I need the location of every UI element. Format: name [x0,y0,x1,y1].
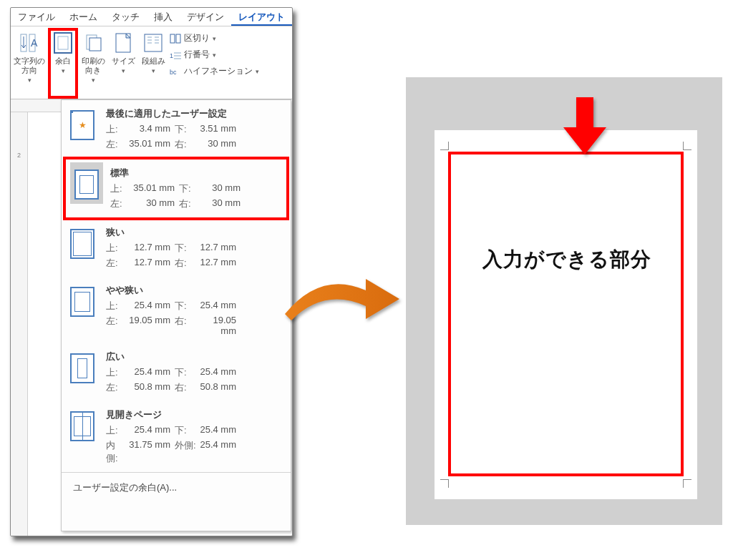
margin-value-label: 下: [175,366,198,379]
margin-value: 12.7 mm [198,257,241,270]
crop-mark-icon [683,142,691,150]
margin-value: 12.7 mm [126,242,175,255]
margin-value: 25.4 mm [126,424,175,437]
breaks-label: 区切り [184,32,210,44]
page-size-icon [111,31,135,55]
margin-value: 30 mm [202,197,245,210]
chevron-down-icon: ▾ [122,67,125,74]
breaks-icon [170,34,181,44]
text-direction-button[interactable]: A 文字列の 方向 ▾ [11,28,48,99]
margin-option-moderate[interactable]: やや狭い上:25.4 mm下:25.4 mm左:19.05 mm右:19.05 … [62,277,291,343]
margin-value: 35.01 mm [130,182,179,195]
margin-option-title: 標準 [110,167,281,180]
crop-mark-icon [683,479,691,488]
margin-value-label: 上: [106,242,126,255]
margin-value-label: 右: [175,138,198,151]
editable-area-caption: 入力ができる部分 [463,246,671,273]
margin-preset-icon [74,170,99,200]
custom-margins-label: ユーザー設定の余白(A)... [73,482,177,493]
margin-preset-icon [70,229,94,259]
margin-value-label: 左: [106,138,126,151]
vertical-ruler: 2 [11,112,28,536]
size-label: サイズ [112,57,135,66]
margin-value: 25.4 mm [198,300,241,313]
margin-option-normal[interactable]: 標準上:35.01 mm下:30 mm左:30 mm右:30 mm [63,157,289,220]
margin-option-last[interactable]: ★最後に適用したユーザー設定上:3.4 mm下:3.51 mm左:35.01 m… [62,100,291,158]
ribbon-body: A 文字列の 方向 ▾ 余白 ▾ 印刷の 向き ▾ サイズ ▾ [11,26,292,99]
margin-preset-icon [70,353,94,383]
margin-value-label: 右: [179,197,202,210]
svg-rect-6 [89,38,101,51]
text-direction-icon: A [17,31,42,55]
margin-value: 25.4 mm [198,366,241,379]
margin-value: 30 mm [130,197,179,210]
svg-rect-8 [145,34,162,51]
margin-value-label: 上: [106,366,126,379]
margin-preset-icon [70,411,94,441]
line-numbers-label: 行番号 [184,49,210,61]
margin-value-label: 上: [106,424,126,437]
word-ribbon-panel: ファイル ホーム タッチ 挿入 デザイン レイアウト A 文字列の 方向 ▾ 余… [10,7,293,536]
margin-value: 50.8 mm [198,381,241,394]
margin-value: 12.7 mm [198,242,241,255]
chevron-down-icon: ▾ [62,67,65,74]
margin-option-title: やや狭い [106,284,285,297]
margin-value: 35.01 mm [126,138,175,151]
margin-value: 25.4 mm [126,366,175,379]
ribbon-tabs: ファイル ホーム タッチ 挿入 デザイン レイアウト [11,8,292,26]
margin-value-label: 内側: [106,439,126,465]
svg-rect-15 [170,34,175,43]
margin-value-label: 下: [175,424,198,437]
margin-value-label: 左: [106,257,126,270]
columns-button[interactable]: 段組み ▾ [138,28,168,99]
svg-text:A: A [31,37,38,49]
margins-label: 余白 [55,57,71,66]
margin-value-label: 左: [106,381,126,394]
margin-value: 50.8 mm [126,381,175,394]
margin-value-label: 上: [106,123,126,136]
margin-value: 19.05 mm [198,315,241,336]
margin-preset-icon: ★ [70,110,94,140]
tab-touch[interactable]: タッチ [105,8,147,26]
breaks-button[interactable]: 区切り▾ [170,32,259,44]
margins-button[interactable]: 余白 ▾ [48,28,78,99]
chevron-down-icon: ▾ [152,67,155,74]
margin-value-label: 左: [106,315,126,336]
crop-mark-icon [440,142,449,150]
tab-design[interactable]: デザイン [180,8,231,26]
columns-label: 段組み [142,57,165,66]
line-numbers-button[interactable]: 1 行番号▾ [170,49,259,61]
margin-option-mirror[interactable]: 見開きページ上:25.4 mm下:25.4 mm内側:31.75 mm外側:25… [62,401,291,472]
margin-option-title: 見開きページ [106,408,285,421]
margins-icon [51,31,75,55]
tab-file[interactable]: ファイル [11,8,62,26]
margin-value: 25.4 mm [198,424,241,437]
hyphenation-icon: bc [170,67,181,77]
margin-value-label: 左: [110,197,130,210]
crop-mark-icon [440,479,449,488]
page-setup-advanced: 区切り▾ 1 行番号▾ bc ハイフネーション▾ [168,28,261,82]
margin-value: 30 mm [202,182,245,195]
margin-value-label: 右: [175,315,198,336]
margin-value-label: 右: [175,257,198,270]
margin-option-title: 広い [106,350,285,363]
line-numbers-icon: 1 [170,50,181,60]
ruler-mark: 2 [11,112,27,159]
margin-option-wide[interactable]: 広い上:25.4 mm下:25.4 mm左:50.8 mm右:50.8 mm [62,343,291,401]
orientation-button[interactable]: 印刷の 向き ▾ [78,28,108,99]
svg-text:bc: bc [170,69,177,76]
custom-margins-item[interactable]: ユーザー設定の余白(A)... [62,472,291,503]
tab-home[interactable]: ホーム [62,8,105,26]
size-button[interactable]: サイズ ▾ [108,28,138,99]
hyphenation-button[interactable]: bc ハイフネーション▾ [170,65,259,77]
margin-value-label: 上: [106,300,126,313]
svg-rect-4 [58,36,68,49]
margin-option-title: 最後に適用したユーザー設定 [106,107,285,120]
svg-text:1: 1 [170,52,173,59]
margin-preset-icon [70,287,94,317]
margin-value: 25.4 mm [126,300,175,313]
margin-option-narrow[interactable]: 狭い上:12.7 mm下:12.7 mm左:12.7 mm右:12.7 mm [62,219,291,277]
tab-insert[interactable]: 挿入 [147,8,180,26]
hyphenation-label: ハイフネーション [184,65,253,77]
tab-layout[interactable]: レイアウト [231,8,292,26]
